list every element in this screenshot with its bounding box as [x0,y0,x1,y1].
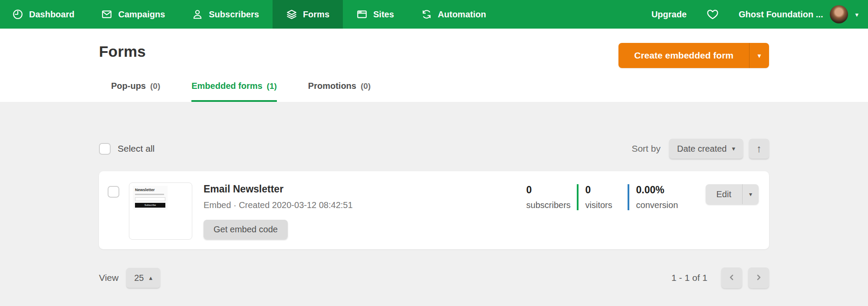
form-row-info: Email Newsletter Embed · Created 2020-03… [204,182,525,239]
stat-value: 0.00% [636,184,700,196]
chevron-left-icon [727,273,736,283]
form-thumbnail-preview: Newsletter Subscribe [133,186,168,210]
pager-range: 1 - 1 of 1 [671,273,707,283]
page-header: Forms Create embedded form ▾ Pop-ups (0)… [0,29,868,102]
stat-label: conversion [636,200,700,210]
avatar [830,5,848,23]
form-stats: 0 subscribers 0 visitors 0.00% conversio… [525,184,700,210]
form-title[interactable]: Email Newsletter [204,183,525,195]
stat-subscribers: 0 subscribers [525,184,577,210]
nav-menu: Dashboard Campaigns Subscribers Forms Si [0,0,500,29]
nav-item-sites[interactable]: Sites [343,0,408,29]
edit-caret-icon[interactable]: ▾ [742,184,759,204]
arrow-up-icon: ↑ [756,143,762,155]
tab-count: (0) [361,81,371,91]
upgrade-link[interactable]: Upgrade [651,10,687,20]
pagination: View 25 ▴ 1 - 1 of 1 [99,267,769,288]
stat-label: subscribers [526,200,577,210]
tab-promotions[interactable]: Promotions (0) [308,81,371,102]
top-nav: Dashboard Campaigns Subscribers Forms Si [0,0,868,29]
person-icon [192,9,203,20]
edit-button[interactable]: Edit [706,184,742,204]
per-page-caret-icon: ▴ [149,274,152,282]
tab-label: Promotions [308,81,356,91]
create-embedded-form-button[interactable]: Create embedded form ▾ [618,43,769,68]
nav-item-campaigns[interactable]: Campaigns [88,0,178,29]
chevron-right-icon [754,273,763,283]
sort-direction-button[interactable]: ↑ [749,139,769,159]
stat-value: 0 [526,184,577,196]
sort-controls: Sort by Date created ▾ ↑ [631,139,769,159]
nav-item-dashboard[interactable]: Dashboard [0,0,88,29]
account-menu[interactable]: Ghost Foundation ... ▾ [739,5,858,23]
sort-dropdown[interactable]: Date created ▾ [669,139,743,159]
pager: 1 - 1 of 1 [671,267,769,288]
thumbnail-heading: Newsletter [135,188,165,192]
stat-value: 0 [585,184,628,196]
stat-conversion: 0.00% conversion [628,184,700,210]
tab-count: (1) [267,81,277,91]
form-row-card: Newsletter Subscribe Email Newsletter Em… [99,171,769,249]
nav-item-label: Campaigns [118,10,165,20]
thumbnail-text-line [135,194,164,195]
tab-embedded-forms[interactable]: Embedded forms (1) [191,81,277,102]
nav-item-label: Subscribers [209,10,259,20]
select-all-label: Select all [118,143,155,154]
account-caret-icon: ▾ [855,11,858,18]
tab-count: (0) [150,81,160,91]
nav-item-subscribers[interactable]: Subscribers [178,0,273,29]
stat-label: visitors [585,200,628,210]
thumbnail-subscribe-button: Subscribe [135,203,165,208]
thumbnail-input-field [135,197,165,201]
per-page-value: 25 [134,273,144,283]
sort-value: Date created [677,144,727,154]
clock-icon [12,9,23,20]
sort-caret-icon: ▾ [732,145,735,153]
nav-item-label: Dashboard [29,10,74,20]
nav-item-label: Forms [303,10,329,20]
refresh-icon [421,9,432,20]
nav-item-label: Sites [373,10,394,20]
row-checkbox[interactable] [108,186,119,198]
form-meta: Embed · Created 2020-03-12 08:42:51 [204,200,525,210]
tab-popups[interactable]: Pop-ups (0) [111,81,160,102]
nav-item-label: Automation [438,10,486,20]
account-name: Ghost Foundation ... [739,10,823,20]
envelope-icon [101,9,112,20]
sort-by-label: Sort by [631,143,661,154]
edit-button-group: Edit ▾ [706,184,759,204]
tabs: Pop-ups (0) Embedded forms (1) Promotion… [99,81,769,102]
select-all-checkbox[interactable] [99,143,111,155]
create-form-caret-icon[interactable]: ▾ [749,43,769,68]
stat-visitors: 0 visitors [577,184,628,210]
layers-icon [286,9,297,20]
prev-page-button[interactable] [721,267,742,288]
next-page-button[interactable] [748,267,769,288]
select-all: Select all [99,143,155,155]
nav-right: Upgrade Ghost Foundation ... ▾ [651,0,868,29]
per-page-control: View 25 ▴ [99,268,160,288]
create-embedded-form-label[interactable]: Create embedded form [618,43,749,68]
view-label: View [99,273,118,283]
form-thumbnail[interactable]: Newsletter Subscribe [129,182,192,240]
content-area: Select all Sort by Date created ▾ ↑ News… [0,139,868,288]
nav-item-automation[interactable]: Automation [408,0,500,29]
get-embed-code-button[interactable]: Get embed code [204,220,288,239]
tab-label: Embedded forms [191,81,262,91]
tab-label: Pop-ups [111,81,146,91]
browser-icon [356,9,368,20]
nav-item-forms[interactable]: Forms [273,0,343,29]
page-title: Forms [99,43,146,60]
list-toolbar: Select all Sort by Date created ▾ ↑ [99,139,769,159]
per-page-dropdown[interactable]: 25 ▴ [126,268,160,288]
heart-icon[interactable] [707,8,719,20]
